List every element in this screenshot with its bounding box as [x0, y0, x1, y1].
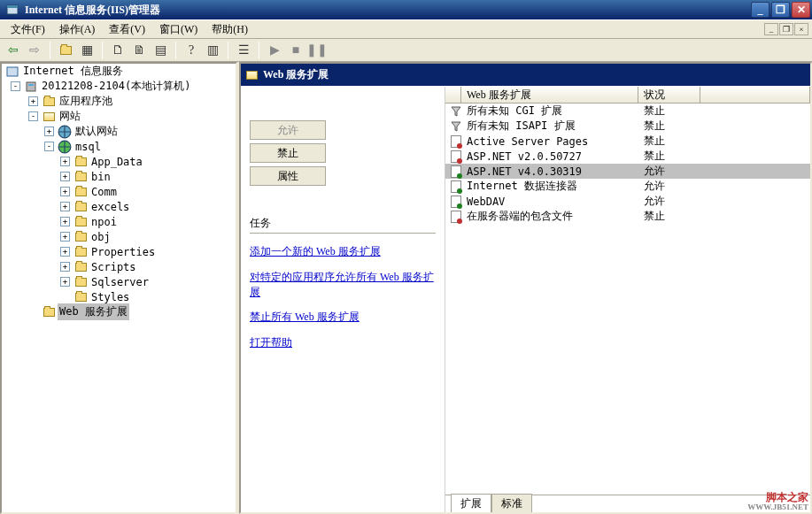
tree-node--[interactable]: +应用程序池 — [2, 94, 236, 109]
expander-icon[interactable]: + — [60, 157, 70, 166]
views-icon[interactable]: ▦ — [77, 41, 97, 60]
expander-icon[interactable]: + — [60, 262, 70, 272]
list-row[interactable]: 所有未知 ISAPI 扩展禁止 — [445, 119, 810, 134]
tree-server[interactable]: - 20121208-2104(本地计算机) — [2, 79, 236, 94]
tab-extended[interactable]: 扩展 — [451, 494, 491, 512]
tree-root[interactable]: Internet 信息服务 — [2, 64, 236, 79]
row-status: 禁止 — [644, 104, 665, 119]
tree-node-bin[interactable]: +bin — [2, 169, 236, 184]
tree-node--[interactable]: -网站 — [2, 109, 236, 124]
menu-window[interactable]: 窗口(W) — [152, 20, 205, 39]
back-icon[interactable]: ⇦ — [4, 41, 23, 60]
tree-label: App_Data — [89, 155, 144, 169]
mdi-restore[interactable]: ❐ — [779, 23, 793, 35]
expander-icon[interactable]: + — [60, 187, 70, 196]
expander-icon[interactable]: + — [60, 277, 70, 287]
tree-label: obj — [89, 230, 112, 244]
grid-icon[interactable]: ▥ — [203, 41, 222, 60]
svg-rect-1 — [7, 5, 18, 8]
tree-node-obj[interactable]: +obj — [2, 229, 236, 244]
expander-icon — [28, 307, 38, 317]
tree-node-comm[interactable]: +Comm — [2, 184, 236, 199]
tree-node-npoi[interactable]: +npoi — [2, 214, 236, 229]
link-help[interactable]: 打开帮助 — [250, 335, 436, 350]
stop-icon[interactable]: ■ — [286, 41, 305, 60]
properties-button[interactable]: 属性 — [250, 166, 326, 186]
list-row[interactable]: 所有未知 CGI 扩展禁止 — [445, 104, 810, 119]
tab-standard[interactable]: 标准 — [491, 494, 532, 512]
menu-view[interactable]: 查看(V) — [102, 20, 152, 39]
menu-action[interactable]: 操作(A) — [52, 20, 103, 39]
tree-node-web-[interactable]: Web 服务扩展 — [2, 304, 236, 319]
tree-label: Styles — [89, 290, 131, 304]
globe-icon — [58, 126, 72, 138]
list-header: Web 服务扩展 状况 — [445, 87, 810, 104]
expander-icon[interactable]: + — [60, 247, 70, 257]
tree-node--[interactable]: +默认网站 — [2, 124, 236, 139]
tree-node-excels[interactable]: +excels — [2, 199, 236, 214]
tree-node-scripts[interactable]: +Scripts — [2, 259, 236, 274]
row-status: 禁止 — [644, 149, 665, 164]
link-deny-all[interactable]: 禁止所有 Web 服务扩展 — [250, 310, 436, 325]
expander-icon[interactable]: - — [28, 111, 38, 121]
expander-icon[interactable]: + — [60, 202, 70, 211]
page-red-icon — [449, 150, 463, 163]
expander-icon[interactable]: + — [60, 217, 70, 226]
list-icon[interactable]: ☰ — [234, 41, 253, 60]
tree-node-app-data[interactable]: +App_Data — [2, 154, 236, 169]
allow-button[interactable]: 允许 — [250, 120, 326, 140]
folder-icon — [73, 216, 88, 228]
mdi-minimize[interactable]: _ — [764, 23, 778, 35]
close-button[interactable]: ✕ — [792, 2, 810, 18]
up-folder-icon[interactable] — [56, 41, 75, 60]
expander-icon[interactable]: - — [44, 142, 54, 151]
tree-label: excels — [89, 200, 131, 214]
deny-button[interactable]: 禁止 — [250, 143, 326, 163]
col-status[interactable]: 状况 — [638, 87, 700, 103]
tree-node-styles[interactable]: Styles — [2, 289, 236, 304]
list-row[interactable]: Active Server Pages禁止 — [445, 134, 810, 149]
play-icon[interactable]: ▶ — [265, 41, 284, 60]
titlebar: Internet 信息服务(IIS)管理器 _ ❐ ✕ — [0, 0, 812, 19]
tree-pane[interactable]: Internet 信息服务 - 20121208-2104(本地计算机) +应用… — [0, 62, 237, 514]
funnel-icon — [449, 120, 463, 133]
refresh-icon[interactable]: 🗋 — [108, 41, 128, 60]
col-name[interactable]: Web 服务扩展 — [461, 87, 638, 103]
list-row[interactable]: ASP.NET v2.0.50727禁止 — [445, 149, 810, 164]
maximize-button[interactable]: ❐ — [771, 2, 790, 18]
list-row[interactable]: 在服务器端的包含文件禁止 — [445, 209, 810, 224]
tree-label: msql — [73, 140, 103, 154]
tree-node-sqlserver[interactable]: +Sqlserver — [2, 274, 236, 289]
folder-icon — [73, 231, 88, 243]
expander-icon[interactable]: + — [28, 96, 38, 106]
list-row[interactable]: ASP.NET v4.0.30319允许 — [445, 164, 810, 179]
tree-node-msql[interactable]: -msql — [2, 139, 236, 154]
minimize-button[interactable]: _ — [751, 2, 769, 18]
menu-file[interactable]: 文件(F) — [4, 20, 52, 39]
properties-icon[interactable]: ▤ — [151, 41, 170, 60]
list-row[interactable]: Internet 数据连接器允许 — [445, 179, 810, 194]
folder-icon — [73, 291, 88, 303]
expander-icon[interactable]: + — [60, 232, 70, 242]
list-row[interactable]: WebDAV允许 — [445, 194, 810, 209]
folder-icon — [73, 261, 88, 273]
expander-icon[interactable]: + — [44, 127, 54, 136]
svg-rect-4 — [28, 84, 34, 86]
expander-icon[interactable]: + — [60, 172, 70, 181]
menu-help[interactable]: 帮助(H) — [205, 20, 255, 39]
pause-icon[interactable]: ❚❚ — [307, 41, 327, 60]
mdi-close[interactable]: × — [794, 23, 808, 35]
page-green-icon — [449, 196, 463, 208]
link-add-extension[interactable]: 添加一个新的 Web 服务扩展 — [250, 244, 436, 259]
folder-icon — [42, 96, 56, 108]
menubar: 文件(F) 操作(A) 查看(V) 窗口(W) 帮助(H) _ ❐ × — [0, 19, 812, 39]
link-allow-app[interactable]: 对特定的应用程序允许所有 Web 服务扩展 — [250, 270, 436, 300]
help-icon[interactable]: ? — [182, 41, 201, 60]
folder-icon — [73, 201, 88, 213]
forward-icon[interactable]: ⇨ — [25, 41, 44, 60]
export-icon[interactable]: 🗎 — [129, 41, 149, 60]
tree-node-properties[interactable]: +Properties — [2, 244, 236, 259]
tree-label: Properties — [89, 245, 157, 259]
row-status: 禁止 — [644, 209, 665, 224]
row-name: 所有未知 ISAPI 扩展 — [467, 119, 644, 134]
